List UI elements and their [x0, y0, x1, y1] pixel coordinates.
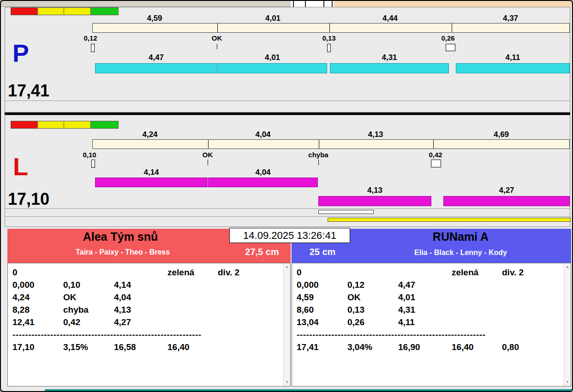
results-cell: 13,04 [297, 317, 319, 328]
run-bar [95, 178, 208, 187]
results-separator: ----------------------------------------… [297, 329, 486, 340]
results-cell: 17,10 [12, 342, 35, 353]
results-cell: 8,28 [12, 304, 30, 315]
run-time-label: 4,31 [330, 53, 449, 61]
split-track [92, 139, 570, 149]
results-cell: 16,40 [452, 342, 474, 353]
scroll-down-icon[interactable]: ▼ [284, 380, 290, 385]
results-cell: 3,15% [63, 342, 88, 353]
taskbar-strip [45, 389, 573, 392]
run-time-label: 4,13 [318, 186, 431, 194]
results-cell: 0,000 [12, 279, 35, 291]
status-light-yellow-1 [37, 7, 64, 15]
results-cell: 4,27 [114, 317, 131, 328]
split-time-label: 4,37 [451, 14, 570, 22]
results-row: 0,000 0,12 4,47 [292, 279, 571, 291]
false-start-tick [318, 160, 319, 165]
split-time-label: 4,01 [217, 14, 329, 22]
scroll-up-icon[interactable]: ▲ [564, 265, 571, 269]
results-cell: OK [347, 292, 361, 303]
track-divider-tick [433, 140, 434, 148]
team-name: RUNami A [350, 230, 571, 244]
results-cell: 4,24 [12, 292, 30, 303]
tab-divider-icon [293, 1, 294, 7]
results-cell: 0,10 [63, 279, 80, 291]
tab-divider-icon [323, 1, 324, 7]
run-time-label: 4,27 [443, 186, 570, 194]
run-time-label: 4,01 [218, 53, 327, 61]
lane-l-panel: L 4,24 4,04 4,13 4,69 0,10 OK chyba 0,42… [5, 115, 570, 227]
split-time-label: 4,13 [318, 130, 433, 138]
scroll-down-icon[interactable]: ▼ [564, 380, 571, 385]
team-members: Taira - Paixy - Theo - Bress [7, 248, 238, 256]
titlebar [1, 1, 572, 7]
results-cell: 4,14 [114, 279, 131, 291]
results-cell: 0,42 [63, 317, 80, 328]
results-cell: zelená [167, 267, 194, 278]
results-cell: 0,000 [297, 279, 319, 291]
split-time-label: 4,24 [92, 130, 208, 138]
results-cell: 4,01 [398, 292, 415, 303]
separator-line [5, 101, 570, 101]
results-row: 4,59 OK 4,01 [292, 292, 571, 303]
results-cell: 17,41 [297, 342, 319, 353]
run-bar [95, 63, 217, 73]
false-start-tick [217, 44, 217, 49]
results-cell: div. 2 [502, 267, 524, 278]
false-start-indicator [91, 44, 95, 52]
scroll-up-icon[interactable]: ▲ [284, 265, 290, 269]
results-cell: 0 [297, 267, 302, 278]
results-row: 8,28 chyba 4,13 [8, 304, 290, 315]
run-bar [443, 196, 570, 206]
split-track [92, 23, 570, 33]
lane-total-time: 17,41 [8, 81, 49, 101]
results-cell: 4,13 [114, 304, 131, 315]
results-cell: 0 [12, 267, 18, 278]
false-start-indicator [327, 44, 331, 52]
results-cell: 4,04 [114, 292, 131, 303]
reaction-label: 0,10 [73, 151, 106, 159]
scrollbar[interactable]: ▲ ▼ [283, 263, 290, 386]
separator-line [5, 208, 570, 209]
lane-total-time: 17,10 [8, 190, 49, 209]
results-cell: div. 2 [218, 267, 239, 278]
results-cell: 4,59 [297, 292, 314, 303]
run-bar [330, 63, 449, 73]
results-separator-row: ----------------------------------------… [292, 329, 571, 340]
status-light-red [11, 121, 38, 129]
results-cell: 3,04% [347, 342, 372, 353]
lane-letter: P [12, 41, 29, 65]
results-cell: 4,11 [398, 317, 415, 328]
hurdle-height-badge: 27,5 cm [234, 247, 290, 257]
datetime-display: 14.09.2025 13:26:41 [229, 228, 350, 243]
team-name: Alea Tým snů [7, 230, 233, 244]
results-cell: chyba [63, 304, 89, 315]
hurdle-height-badge: 25 cm [297, 247, 348, 257]
status-light-yellow-1 [37, 121, 64, 129]
run-bar [208, 178, 318, 187]
false-start-tick [208, 160, 208, 165]
titlebar-tab-strip [291, 1, 334, 7]
results-separator-row: ----------------------------------------… [8, 329, 290, 340]
results-row: 12,41 0,42 4,27 [8, 317, 290, 328]
reaction-label: 0,42 [419, 151, 452, 159]
reaction-label: 0,26 [432, 34, 464, 42]
results-row: 8,60 0,13 4,31 [292, 304, 571, 315]
results-cell: 0,13 [347, 304, 364, 315]
track-divider-tick [319, 140, 319, 148]
results-cell: 16,40 [167, 342, 190, 353]
results-cell: zelená [452, 267, 478, 278]
split-time-label: 4,59 [92, 14, 217, 22]
reaction-label: OK [191, 151, 224, 159]
scrollbar[interactable]: ▲ ▼ [564, 263, 571, 386]
run-time-label: 4,47 [95, 53, 217, 61]
status-light-green [90, 121, 119, 129]
results-separator: ----------------------------------------… [12, 329, 202, 340]
false-start-indicator [91, 160, 95, 168]
lane-letter: L [13, 154, 28, 179]
tab-divider-icon [305, 1, 306, 7]
results-cell: OK [63, 292, 77, 303]
results-panel-left: 0 zelená div. 2 0,000 0,10 4,14 4,24 OK … [7, 263, 291, 386]
false-start-indicator [431, 160, 441, 167]
run-time-label: 4,14 [95, 168, 208, 176]
